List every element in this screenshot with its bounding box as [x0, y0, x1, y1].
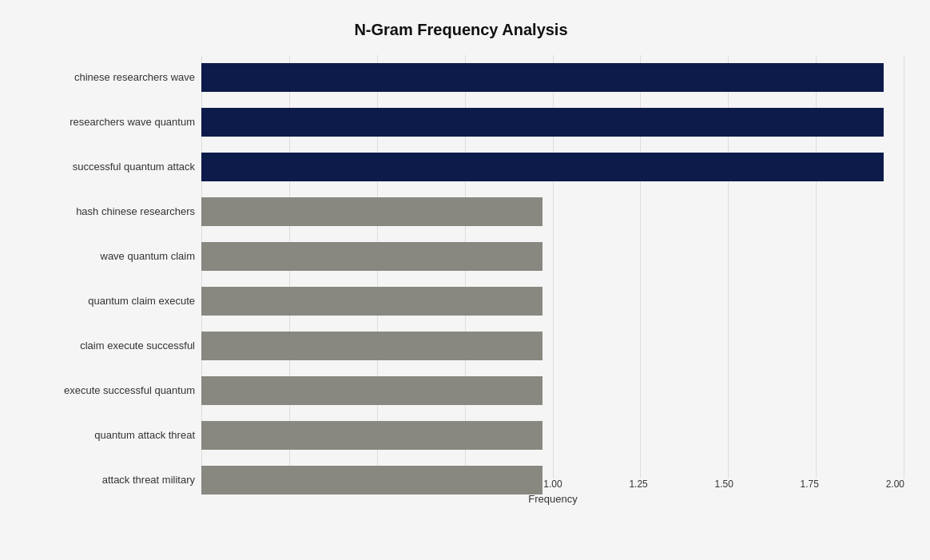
- bar-row: [201, 326, 904, 366]
- bar: [201, 108, 884, 137]
- bar: [201, 421, 542, 450]
- bar: [201, 332, 542, 360]
- y-label: quantum attack threat: [18, 413, 195, 457]
- y-label: attack threat military: [18, 458, 195, 502]
- bar: [201, 242, 542, 271]
- bar: [201, 466, 542, 494]
- bar-row: [201, 281, 904, 321]
- bar-row: [201, 58, 904, 97]
- y-label: claim execute successful: [18, 324, 195, 367]
- bar: [201, 63, 884, 92]
- plot-area: 0.000.250.500.751.001.251.501.752.00 Fre…: [201, 55, 904, 502]
- bar-row: [201, 236, 904, 276]
- bar: [201, 287, 542, 316]
- bar-row: [201, 371, 904, 411]
- chart-area: chinese researchers waveresearchers wave…: [18, 55, 904, 502]
- y-label: chinese researchers wave: [18, 55, 195, 99]
- bar: [201, 197, 542, 226]
- bar-row: [201, 415, 904, 455]
- y-label: quantum claim execute: [18, 279, 195, 323]
- chart-title: N-Gram Frequency Analysis: [18, 21, 904, 39]
- bar-row: [201, 460, 904, 500]
- bar-row: [201, 192, 904, 232]
- bar-row: [201, 102, 904, 142]
- y-label: wave quantum claim: [18, 234, 195, 278]
- y-axis: chinese researchers waveresearchers wave…: [18, 55, 201, 502]
- y-label: execute successful quantum: [18, 368, 195, 412]
- bar: [201, 376, 542, 405]
- y-label: successful quantum attack: [18, 145, 195, 189]
- y-label: hash chinese researchers: [18, 189, 195, 233]
- y-label: researchers wave quantum: [18, 100, 195, 144]
- bar-row: [201, 147, 904, 187]
- bar: [201, 153, 884, 181]
- chart-container: N-Gram Frequency Analysis chinese resear…: [10, 5, 920, 556]
